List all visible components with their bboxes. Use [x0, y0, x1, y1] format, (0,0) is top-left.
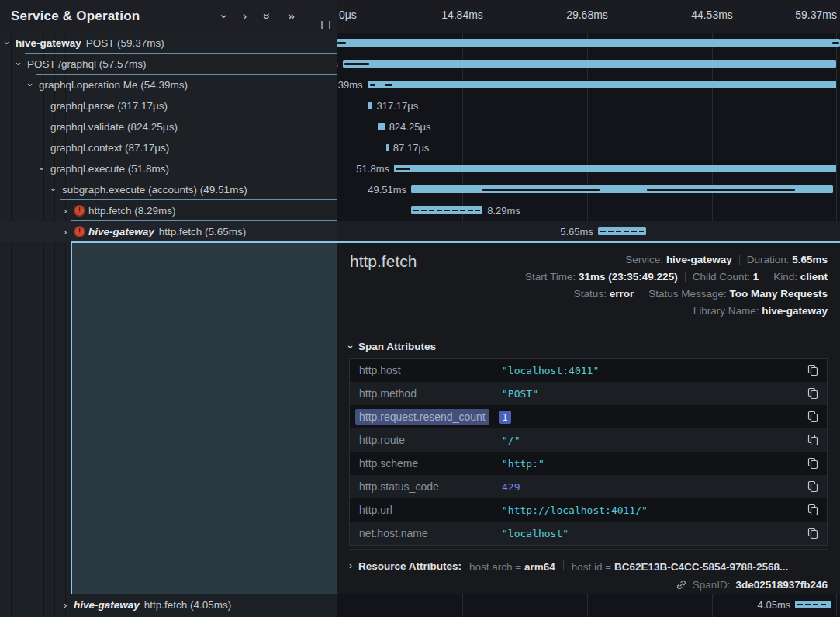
meta-label: Status: [574, 288, 610, 300]
meta-value: hive-gateway [762, 305, 828, 317]
span-bar[interactable] [343, 60, 836, 68]
timeline-tick: 59.37ms [795, 9, 837, 21]
tree-row[interactable]: ›hive-gatewayhttp.fetch (4.05ms) [0, 594, 337, 615]
meta-separator [739, 255, 740, 265]
chevron-down-icon[interactable]: › [20, 83, 41, 86]
resource-value: arm64 [524, 561, 555, 573]
tree-row[interactable]: ›graphql.operation Me (54.39ms) [0, 75, 337, 95]
error-status-icon: ! [74, 226, 85, 237]
attribute-value: "http://localhost:4011/" [502, 504, 648, 516]
tree-row[interactable]: ›graphql.execute (51.8ms) [0, 158, 337, 179]
chevron-right-icon[interactable]: › [64, 221, 67, 242]
chevron-down-icon[interactable]: › [217, 14, 230, 18]
copy-icon[interactable] [807, 480, 819, 493]
child-span-segment [647, 189, 796, 191]
chevron-right-icon[interactable]: › [64, 594, 67, 615]
operation-name: graphql.operation Me (54.39ms) [39, 79, 188, 91]
duration-label: 4.05ms [758, 594, 791, 615]
divider [349, 334, 828, 334]
span-bar[interactable] [411, 185, 833, 193]
tree-row[interactable]: graphql.parse (317.17μs) [0, 95, 337, 116]
child-span-segment [482, 189, 600, 191]
span-name: graphql.execute (51.8ms) [50, 158, 169, 179]
meta-line: Service: hive-gatewayDuration: 5.65ms [525, 251, 828, 269]
span-bar[interactable] [795, 601, 830, 608]
resource-attributes-label: Resource Attributes: [358, 560, 461, 572]
child-span-segment [385, 84, 392, 86]
tree-row[interactable]: ›subgraph.execute (accounts) (49.51ms) [0, 179, 337, 200]
meta-value: 5.65ms [792, 254, 828, 265]
timeline-row: 824.25μs [337, 116, 840, 137]
link-icon[interactable] [676, 579, 687, 591]
chevron-right-icon[interactable]: › [64, 200, 67, 221]
tree-row[interactable]: graphql.validate (824.25μs) [0, 116, 337, 137]
copy-icon[interactable] [807, 504, 819, 516]
copy-icon[interactable] [807, 387, 819, 400]
copy-icon[interactable] [807, 364, 819, 376]
meta-label: Start Time: [525, 271, 579, 283]
tree-row[interactable]: graphql.context (87.17μs) [0, 137, 337, 158]
attribute-value: "POST" [502, 388, 538, 400]
copy-icon[interactable] [807, 527, 819, 539]
spanid-label: SpanID: [693, 579, 731, 591]
meta-separator [685, 272, 686, 282]
tree-row[interactable]: ›!hive-gatewayhttp.fetch (5.65ms) [0, 221, 337, 242]
span-bar[interactable] [368, 81, 837, 88]
span-attributes-header[interactable]: › Span Attributes [349, 341, 436, 352]
span-name: graphql.operation Me (54.39ms) [39, 75, 188, 95]
timeline-row: 8.29ms [337, 200, 840, 221]
chevron-right-icon[interactable]: › [243, 10, 247, 23]
resource-key: host.arch [469, 561, 515, 573]
double-chevron-down-icon[interactable]: » [261, 13, 274, 20]
resource-attributes-row[interactable]: › Resource Attributes: host.arch = arm64… [349, 556, 788, 576]
attribute-row: http.method"POST" [350, 382, 827, 405]
timeline-row: 4.05ms [337, 594, 840, 615]
span-bar[interactable] [337, 39, 840, 47]
meta-label: Status Message: [648, 288, 729, 300]
tree-row[interactable]: ›!http.fetch (8.29ms) [0, 200, 337, 221]
copy-icon[interactable] [807, 411, 819, 423]
span-attributes-label: Span Attributes [358, 341, 436, 352]
panel-resize-handle-icon[interactable] [321, 21, 330, 29]
attribute-key: http.route [359, 434, 405, 446]
attribute-key: net.host.name [359, 527, 428, 539]
duration-label: 8.29ms [487, 200, 520, 221]
span-bar[interactable] [378, 123, 385, 130]
span-bar[interactable] [386, 144, 389, 151]
copy-icon[interactable] [807, 434, 819, 446]
attribute-row: http.host"localhost:4011" [350, 359, 827, 382]
operation-name: http.fetch (4.05ms) [144, 599, 232, 611]
attribute-row: http.status_code429 [350, 475, 827, 498]
child-span-segment [337, 42, 345, 44]
span-bar[interactable] [411, 206, 482, 214]
span-bar[interactable] [368, 102, 372, 109]
tree-row[interactable]: ›POST /graphql (57.57ms) [0, 54, 337, 75]
meta-separator [766, 272, 766, 282]
timeline-row: 5.65ms [337, 221, 840, 242]
attribute-row: http.route"/" [350, 428, 827, 452]
operation-name: http.fetch (5.65ms) [159, 226, 247, 237]
operation-name: subgraph.execute (accounts) (49.51ms) [62, 184, 247, 196]
span-bar[interactable] [598, 227, 646, 235]
operation-name: graphql.validate (824.25μs) [50, 121, 178, 133]
timeline-tick: 29.68ms [566, 9, 608, 21]
meta-value: hive-gateway [666, 254, 732, 265]
span-bar[interactable] [394, 165, 836, 172]
tree-row[interactable]: ›hive-gatewayPOST (59.37ms) [0, 33, 337, 54]
chevron-down-icon[interactable]: › [32, 167, 53, 170]
timeline-row: 57.57ms [337, 54, 840, 75]
error-status-icon: ! [74, 205, 85, 217]
double-chevron-right-icon[interactable]: » [288, 10, 295, 23]
copy-icon[interactable] [807, 457, 819, 470]
span-attributes-table: http.host"localhost:4011"http.method"POS… [349, 358, 828, 546]
tree-controls: › › » » [222, 0, 295, 33]
attribute-key: http.scheme [359, 457, 418, 470]
span-name: hive-gatewayhttp.fetch (5.65ms) [88, 221, 246, 242]
equals-sign: = [605, 561, 614, 573]
attribute-key: http.url [359, 504, 392, 516]
meta-label: Kind: [773, 271, 800, 283]
chevron-down-icon[interactable]: › [9, 62, 29, 65]
chevron-down-icon[interactable]: › [43, 188, 64, 191]
attribute-key: http.method [359, 387, 417, 400]
timeline-row: 49.51ms [337, 179, 840, 200]
